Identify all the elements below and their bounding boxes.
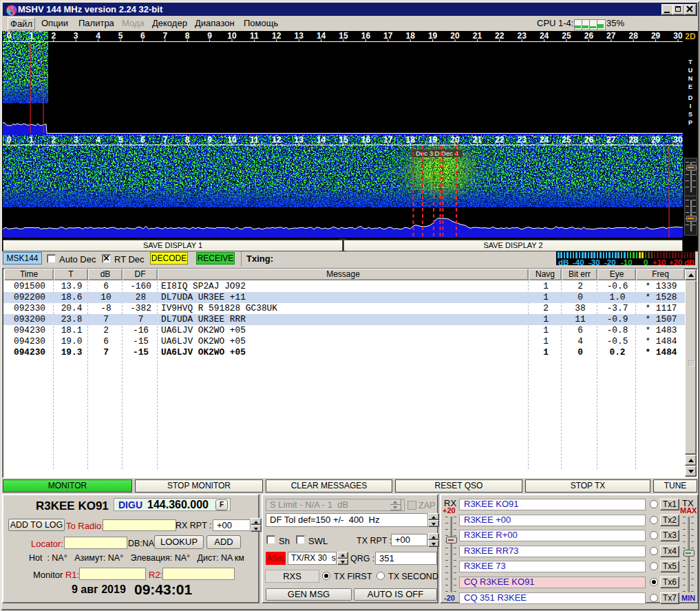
svg-text:27: 27 bbox=[606, 31, 616, 41]
svg-text:11: 11 bbox=[250, 135, 259, 145]
svg-text:21: 21 bbox=[473, 135, 482, 145]
svg-text:25: 25 bbox=[562, 135, 571, 145]
svg-text:19: 19 bbox=[428, 31, 438, 41]
svg-text:12: 12 bbox=[272, 31, 282, 41]
svg-text:2: 2 bbox=[51, 135, 56, 145]
svg-text:3: 3 bbox=[74, 135, 78, 145]
svg-text:9: 9 bbox=[207, 31, 212, 41]
svg-text:17: 17 bbox=[383, 135, 393, 145]
svg-text:22: 22 bbox=[495, 31, 505, 41]
svg-text:15: 15 bbox=[339, 135, 348, 145]
svg-text:24: 24 bbox=[540, 135, 549, 145]
svg-text:5: 5 bbox=[118, 135, 123, 145]
svg-text:20: 20 bbox=[450, 31, 460, 41]
svg-text:11: 11 bbox=[250, 31, 259, 41]
svg-text:4: 4 bbox=[96, 31, 100, 41]
svg-text:9: 9 bbox=[207, 135, 212, 145]
svg-text:10: 10 bbox=[227, 135, 237, 145]
svg-text:26: 26 bbox=[584, 135, 594, 145]
svg-text:8: 8 bbox=[185, 31, 190, 41]
svg-text:5: 5 bbox=[118, 31, 123, 41]
svg-text:25: 25 bbox=[562, 31, 571, 41]
svg-text:22: 22 bbox=[495, 135, 505, 145]
svg-text:3: 3 bbox=[74, 31, 78, 41]
svg-text:16: 16 bbox=[361, 135, 371, 145]
svg-text:28: 28 bbox=[629, 31, 639, 41]
svg-text:18: 18 bbox=[406, 135, 416, 145]
svg-text:1: 1 bbox=[29, 135, 34, 145]
svg-text:6: 6 bbox=[140, 31, 145, 41]
svg-text:7: 7 bbox=[162, 135, 167, 145]
svg-text:14: 14 bbox=[317, 31, 326, 41]
svg-text:0: 0 bbox=[7, 31, 12, 41]
svg-text:1: 1 bbox=[29, 31, 34, 41]
svg-text:16: 16 bbox=[361, 31, 371, 41]
svg-text:6: 6 bbox=[140, 135, 145, 145]
svg-text:20: 20 bbox=[450, 135, 460, 145]
svg-text:27: 27 bbox=[606, 135, 616, 145]
svg-text:14: 14 bbox=[317, 135, 326, 145]
svg-text:23: 23 bbox=[518, 31, 527, 41]
svg-text:13: 13 bbox=[295, 135, 304, 145]
svg-text:21: 21 bbox=[473, 31, 482, 41]
svg-text:26: 26 bbox=[584, 31, 594, 41]
svg-text:4: 4 bbox=[96, 135, 100, 145]
svg-text:17: 17 bbox=[383, 31, 393, 41]
svg-text:29: 29 bbox=[651, 31, 661, 41]
svg-text:2: 2 bbox=[51, 31, 56, 41]
svg-text:18: 18 bbox=[406, 31, 416, 41]
svg-text:23: 23 bbox=[518, 135, 527, 145]
svg-text:19: 19 bbox=[428, 135, 438, 145]
svg-text:30: 30 bbox=[673, 31, 683, 41]
svg-text:15: 15 bbox=[339, 31, 348, 41]
svg-text:24: 24 bbox=[540, 31, 549, 41]
svg-text:29: 29 bbox=[651, 135, 661, 145]
svg-text:10: 10 bbox=[227, 31, 237, 41]
svg-text:13: 13 bbox=[295, 31, 304, 41]
svg-text:30: 30 bbox=[673, 135, 683, 145]
svg-text:12: 12 bbox=[272, 135, 282, 145]
svg-text:7: 7 bbox=[162, 31, 167, 41]
svg-text:0: 0 bbox=[7, 135, 12, 145]
svg-text:8: 8 bbox=[185, 135, 190, 145]
svg-text:28: 28 bbox=[629, 135, 639, 145]
